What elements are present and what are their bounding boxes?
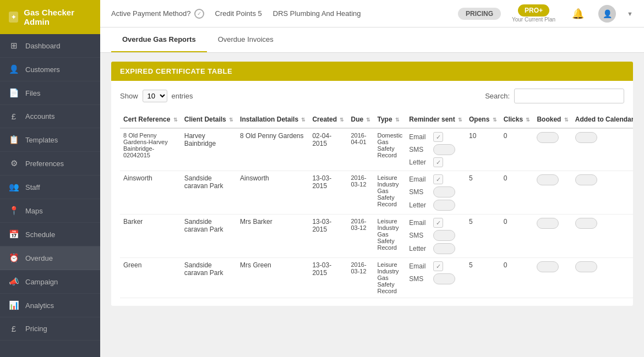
app-title: Gas Checker Admin bbox=[24, 8, 91, 26]
cell-install: Mrs Barker bbox=[237, 215, 309, 258]
dashboard-icon: ⊞ bbox=[9, 41, 19, 51]
pricing-icon: £ bbox=[9, 324, 19, 333]
sidebar-label-accounts: Accounts bbox=[25, 112, 54, 120]
avatar[interactable]: 👤 bbox=[598, 5, 616, 23]
cell-created: 02-04-2015 bbox=[309, 128, 347, 171]
reminder-email-label: Email bbox=[409, 262, 430, 270]
sidebar-item-analytics[interactable]: 📊 Analytics bbox=[0, 294, 100, 317]
table-controls: Show 10 25 50 entries Search: bbox=[120, 89, 624, 103]
cell-calendar bbox=[572, 258, 633, 298]
sidebar-label-campaign: Campaign bbox=[25, 278, 58, 286]
sms-toggle[interactable] bbox=[433, 186, 455, 197]
reminder-email-label: Email bbox=[409, 175, 430, 183]
sidebar-label-maps: Maps bbox=[25, 207, 43, 215]
entries-select[interactable]: 10 25 50 bbox=[143, 90, 167, 102]
cell-booked bbox=[533, 128, 571, 171]
email-check[interactable]: ✓ bbox=[433, 218, 443, 228]
sidebar-label-schedule: Schedule bbox=[25, 230, 55, 239]
sidebar-item-templates[interactable]: 📋 Templates bbox=[0, 128, 100, 152]
cell-clicks: 0 bbox=[500, 128, 534, 171]
email-check[interactable]: ✓ bbox=[433, 261, 443, 271]
cell-cert-ref: Green bbox=[120, 258, 181, 298]
analytics-icon: 📊 bbox=[9, 300, 19, 310]
col-opens: Opens ⇅ bbox=[466, 111, 500, 128]
email-check[interactable]: ✓ bbox=[433, 174, 443, 184]
booked-toggle[interactable] bbox=[537, 132, 559, 143]
search-label: Search: bbox=[485, 92, 510, 100]
cell-reminder: Email ✓ SMS Letter bbox=[406, 215, 466, 258]
notification-bell-icon[interactable]: 🔔 bbox=[572, 8, 584, 20]
sidebar-label-files: Files bbox=[25, 89, 40, 97]
expired-certificate-card: EXPIRED CERTIFICATE TABLE Show 10 25 50 … bbox=[111, 62, 633, 306]
payment-label: Active Payment Method? bbox=[111, 9, 191, 18]
card-title: EXPIRED CERTIFICATE TABLE bbox=[111, 62, 633, 81]
sidebar-item-accounts[interactable]: £ Accounts bbox=[0, 105, 100, 128]
col-booked: Booked ⇅ bbox=[533, 111, 571, 128]
booked-toggle[interactable] bbox=[537, 261, 559, 272]
sidebar-label-analytics: Analytics bbox=[25, 301, 54, 310]
tab-overdue-invoices[interactable]: Overdue Invoices bbox=[207, 28, 285, 52]
cell-calendar bbox=[572, 171, 633, 215]
sidebar-item-campaign[interactable]: 📣 Campaign bbox=[0, 270, 100, 294]
table-row: Green Sandside caravan Park Mrs Green 13… bbox=[120, 258, 633, 298]
booked-toggle[interactable] bbox=[537, 218, 559, 229]
maps-icon: 📍 bbox=[9, 206, 19, 216]
col-install: Installation Details ⇅ bbox=[237, 111, 309, 128]
pricing-badge[interactable]: PRICING bbox=[458, 8, 501, 20]
preferences-icon: ⚙ bbox=[9, 158, 19, 168]
letter-toggle[interactable] bbox=[433, 200, 455, 211]
chevron-down-icon[interactable]: ▼ bbox=[627, 10, 633, 17]
calendar-toggle[interactable] bbox=[575, 174, 597, 185]
tabs: Overdue Gas Reports Overdue Invoices bbox=[100, 28, 644, 53]
sms-toggle[interactable] bbox=[433, 273, 455, 284]
cell-client: Sandside caravan Park bbox=[181, 171, 237, 215]
reminder-sms-label: SMS bbox=[409, 188, 430, 196]
booked-toggle[interactable] bbox=[537, 174, 559, 185]
sidebar-item-preferences[interactable]: ⚙ Preferences bbox=[0, 152, 100, 175]
email-check[interactable]: ✓ bbox=[433, 132, 443, 142]
sidebar-item-overdue[interactable]: ⏰ Overdue bbox=[0, 246, 100, 270]
search-input[interactable] bbox=[514, 89, 624, 103]
sidebar-item-maps[interactable]: 📍 Maps bbox=[0, 199, 100, 223]
cell-cert-ref: Ainsworth bbox=[120, 171, 181, 215]
cell-client: Sandside caravan Park bbox=[181, 215, 237, 258]
cell-clicks: 0 bbox=[500, 171, 534, 215]
cell-reminder: Email ✓ SMS Letter ✓ bbox=[406, 128, 466, 171]
cell-created: 13-03-2015 bbox=[309, 258, 347, 298]
sidebar-item-schedule[interactable]: 📅 Schedule bbox=[0, 223, 100, 246]
col-type: Type ⇅ bbox=[374, 111, 406, 128]
sidebar-label-dashboard: Dashboard bbox=[25, 42, 61, 50]
sidebar-item-customers[interactable]: 👤 Customers bbox=[0, 58, 100, 81]
entries-label: entries bbox=[172, 92, 193, 100]
calendar-toggle[interactable] bbox=[575, 218, 597, 229]
company-name: DRS Plumbing And Heating bbox=[273, 9, 361, 18]
reminder-email-label: Email bbox=[409, 219, 430, 227]
cell-opens: 5 bbox=[466, 258, 500, 298]
sidebar-item-staff[interactable]: 👥 Staff bbox=[0, 175, 100, 199]
pro-badge[interactable]: PRO+ bbox=[518, 4, 549, 17]
sms-toggle[interactable] bbox=[433, 144, 455, 155]
show-entries-control: Show 10 25 50 entries bbox=[120, 90, 193, 102]
cell-reminder: Email ✓ SMS Letter bbox=[406, 171, 466, 215]
cell-client: Harvey Bainbridge bbox=[181, 128, 237, 171]
sidebar-item-pricing[interactable]: £ Pricing bbox=[0, 317, 100, 340]
cell-due: 2016-03-12 bbox=[347, 258, 374, 298]
calendar-toggle[interactable] bbox=[575, 132, 597, 143]
sidebar-label-customers: Customers bbox=[25, 65, 60, 74]
tab-overdue-gas[interactable]: Overdue Gas Reports bbox=[111, 28, 207, 52]
main-content: Active Payment Method? ✓ Credit Points 5… bbox=[100, 0, 644, 357]
cell-booked bbox=[533, 258, 571, 298]
letter-check[interactable]: ✓ bbox=[433, 157, 443, 167]
cell-cert-ref: 8 Old Penny Gardens-Harvey Bainbridge-02… bbox=[120, 128, 181, 171]
letter-toggle[interactable] bbox=[433, 243, 455, 254]
cell-cert-ref: Barker bbox=[120, 215, 181, 258]
cell-opens: 5 bbox=[466, 171, 500, 215]
cell-opens: 10 bbox=[466, 128, 500, 171]
data-table: Cert Reference ⇅ Client Details ⇅ Instal… bbox=[120, 111, 633, 298]
calendar-toggle[interactable] bbox=[575, 261, 597, 272]
sms-toggle[interactable] bbox=[433, 230, 455, 241]
sidebar-item-files[interactable]: 📄 Files bbox=[0, 81, 100, 105]
templates-icon: 📋 bbox=[9, 135, 19, 145]
sidebar-item-dashboard[interactable]: ⊞ Dashboard bbox=[0, 34, 100, 58]
customers-icon: 👤 bbox=[9, 64, 19, 74]
